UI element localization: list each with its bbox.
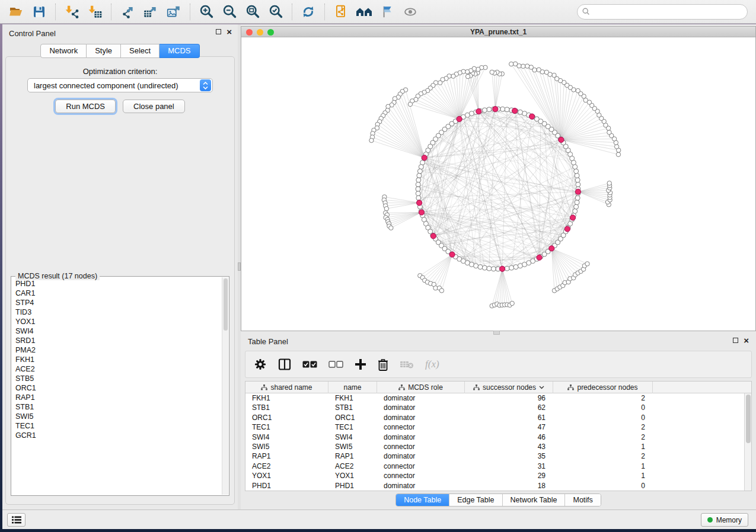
mcds-result-item[interactable]: SWI4 <box>15 326 221 336</box>
optimization-criterion-select[interactable]: largest connected component (undirected) <box>27 78 213 92</box>
zoom-in-icon[interactable] <box>196 2 216 21</box>
tab-edge-table[interactable]: Edge Table <box>449 494 502 506</box>
network-node[interactable] <box>389 226 393 230</box>
mcds-result-item[interactable]: GCR1 <box>15 431 221 440</box>
close-panel-button[interactable]: Close panel <box>123 100 185 113</box>
memory-button[interactable]: Memory <box>701 513 748 527</box>
network-node[interactable] <box>439 289 444 293</box>
export-table-icon[interactable] <box>141 2 161 21</box>
network-node[interactable] <box>416 187 420 191</box>
flag-icon[interactable] <box>377 2 397 21</box>
network-node[interactable] <box>474 264 479 268</box>
mcds-result-item[interactable]: TID3 <box>15 307 221 317</box>
network-mcds-node[interactable] <box>449 252 455 257</box>
network-node[interactable] <box>544 70 548 74</box>
float-window-icon[interactable] <box>216 29 221 34</box>
network-node[interactable] <box>525 64 529 68</box>
zoom-out-icon[interactable] <box>219 2 240 21</box>
table-row[interactable]: ACE2ACE2connector311 <box>245 462 751 471</box>
import-table-icon[interactable] <box>85 2 105 21</box>
network-window-titlebar[interactable]: YPA_prune.txt_1 <box>241 27 755 37</box>
table-row[interactable]: RAP1RAP1dominator352 <box>245 451 751 461</box>
table-row[interactable]: SWI4SWI4dominator462 <box>245 432 751 442</box>
network-node[interactable] <box>614 145 618 149</box>
deselect-all-icon[interactable] <box>328 355 343 373</box>
network-node[interactable] <box>513 62 517 66</box>
table-row[interactable]: SWI5SWI5connector431 <box>245 442 751 451</box>
home-icon[interactable] <box>354 2 374 21</box>
column-header-mcds-role[interactable]: MCDS role <box>377 382 465 393</box>
tab-network[interactable]: Network <box>40 44 87 58</box>
network-node[interactable] <box>478 265 483 270</box>
column-header-name[interactable]: name <box>328 382 377 393</box>
mcds-list-scrollbar[interactable] <box>222 277 228 495</box>
tab-mcds[interactable]: MCDS <box>160 44 199 58</box>
network-mcds-node[interactable] <box>476 108 481 114</box>
network-mcds-node[interactable] <box>419 210 424 215</box>
network-node[interactable] <box>491 267 496 271</box>
network-node[interactable] <box>505 266 509 271</box>
network-node[interactable] <box>510 301 514 305</box>
share-document-icon[interactable] <box>331 2 351 21</box>
network-node[interactable] <box>369 138 374 142</box>
network-mcds-node[interactable] <box>500 266 505 271</box>
network-node[interactable] <box>438 81 442 85</box>
network-node[interactable] <box>500 107 505 111</box>
eye-icon[interactable] <box>400 2 420 21</box>
close-panel-icon[interactable]: × <box>744 337 749 344</box>
network-node[interactable] <box>482 108 487 113</box>
mcds-result-item[interactable]: FKH1 <box>15 355 221 364</box>
network-mcds-node[interactable] <box>493 107 498 112</box>
network-node[interactable] <box>574 169 579 174</box>
network-node[interactable] <box>417 173 422 178</box>
network-node[interactable] <box>509 62 513 66</box>
network-mcds-node[interactable] <box>575 189 580 194</box>
mcds-result-item[interactable]: RAP1 <box>15 393 221 402</box>
table-row[interactable]: YOX1YOX1connector291 <box>245 471 751 480</box>
network-mcds-node[interactable] <box>457 116 462 121</box>
task-history-button[interactable] <box>7 513 25 527</box>
table-settings-gear-icon[interactable] <box>254 355 267 373</box>
table-scrollbar[interactable] <box>744 393 751 491</box>
network-mcds-node[interactable] <box>559 137 564 142</box>
network-node[interactable] <box>518 110 522 114</box>
network-node[interactable] <box>465 74 470 78</box>
column-header-shared-name[interactable]: shared name <box>245 382 328 393</box>
mcds-result-item[interactable]: ORC1 <box>15 383 221 393</box>
add-column-plus-icon[interactable] <box>355 355 366 373</box>
tab-node-table[interactable]: Node Table <box>396 494 449 506</box>
network-node[interactable] <box>487 107 492 112</box>
column-header-successor-nodes[interactable]: successor nodes <box>465 382 553 393</box>
import-network-icon[interactable] <box>62 2 82 21</box>
network-node[interactable] <box>575 200 579 205</box>
run-mcds-button[interactable]: Run MCDS <box>55 100 116 113</box>
mcds-result-item[interactable]: YOX1 <box>15 317 221 326</box>
network-node[interactable] <box>416 191 420 196</box>
network-mcds-node[interactable] <box>430 233 436 239</box>
mcds-result-item[interactable]: SRD1 <box>15 336 221 345</box>
tab-style[interactable]: Style <box>87 44 121 58</box>
search-input[interactable] <box>577 4 748 20</box>
refresh-icon[interactable] <box>298 2 318 21</box>
close-panel-icon[interactable]: × <box>227 28 232 35</box>
network-node[interactable] <box>416 182 420 187</box>
network-mcds-node[interactable] <box>512 108 518 113</box>
network-node[interactable] <box>574 204 579 209</box>
network-mcds-node[interactable] <box>537 255 542 260</box>
network-node[interactable] <box>521 64 525 68</box>
network-node[interactable] <box>419 165 423 169</box>
mcds-result-item[interactable]: STB1 <box>15 402 221 412</box>
mcds-result-item[interactable]: STP4 <box>15 298 221 307</box>
save-icon[interactable] <box>29 2 49 21</box>
network-node[interactable] <box>505 107 509 112</box>
network-node[interactable] <box>573 209 578 213</box>
network-node[interactable] <box>417 169 422 174</box>
table-row[interactable]: TEC1TEC1connector472 <box>245 422 751 432</box>
network-node[interactable] <box>509 265 514 270</box>
network-mcds-node[interactable] <box>549 246 554 251</box>
mcds-result-item[interactable]: SWI5 <box>15 412 221 421</box>
mcds-result-item[interactable]: STB5 <box>15 374 221 383</box>
mcds-result-item[interactable]: ACE2 <box>15 364 221 374</box>
network-node[interactable] <box>616 152 620 156</box>
network-node[interactable] <box>575 178 580 182</box>
